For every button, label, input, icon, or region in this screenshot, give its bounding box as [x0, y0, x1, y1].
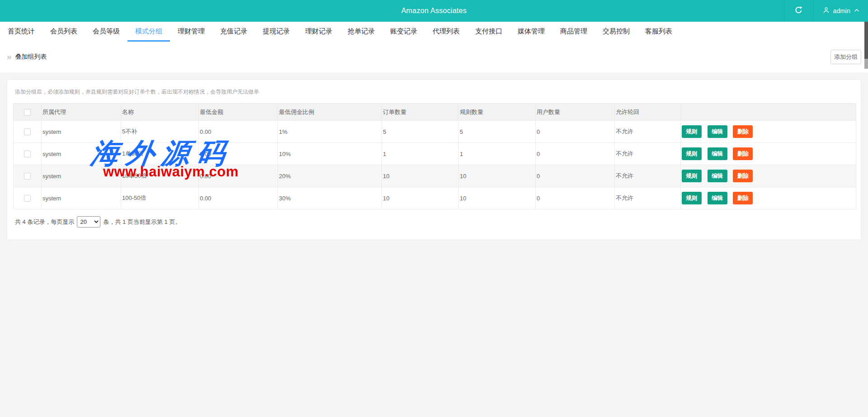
cell-agent: system [42, 165, 121, 187]
cell-min-commission: 1% [278, 121, 382, 143]
col-allow-loop: 允许轮回 [615, 104, 681, 121]
pagination-prefix: 共 4 条记录，每页显示 [15, 218, 74, 226]
rule-button[interactable]: 规则 [682, 147, 702, 160]
cell-allow-loop: 不允许 [615, 143, 681, 165]
page-title: 叠加组列表 [15, 53, 47, 61]
cell-rule-count: 10 [459, 187, 536, 209]
row-checkbox[interactable] [24, 173, 31, 180]
col-min-amount: 最低金额 [199, 104, 278, 121]
cell-min-amount: 0.00 [199, 121, 278, 143]
col-min-commission: 最低佣金比例 [278, 104, 382, 121]
col-user-count: 用户数量 [536, 104, 615, 121]
top-bar: Amazon Associates admin [0, 0, 868, 22]
nav-tab-service-list[interactable]: 客服列表 [637, 22, 680, 42]
cell-name: 100-50倍 [121, 187, 199, 209]
nav-tab-payment-api[interactable]: 支付接口 [467, 22, 510, 42]
cell-name: 10单50倍 [121, 165, 199, 187]
nav-tab-home-stats[interactable]: 首页统计 [0, 22, 42, 42]
cell-name: 5不补 [121, 121, 199, 143]
nav-tab-member-level[interactable]: 会员等级 [85, 22, 127, 42]
nav-tab-member-list[interactable]: 会员列表 [42, 22, 85, 42]
nav-tab-finance-mgmt[interactable]: 理财管理 [170, 22, 212, 42]
main-nav: 首页统计 会员列表 会员等级 模式分组 理财管理 充值记录 提现记录 理财记录 … [0, 22, 868, 42]
delete-button[interactable]: 删除 [733, 147, 753, 160]
rule-button[interactable]: 规则 [682, 192, 702, 204]
nav-tab-order-grab-log[interactable]: 抢单记录 [340, 22, 382, 42]
scrollbar-thumb[interactable] [864, 22, 868, 59]
pagination-suffix: 条，共 1 页当前显示第 1 页。 [103, 218, 181, 226]
cell-min-commission: 20% [278, 165, 382, 187]
top-bar-controls: admin [784, 0, 868, 22]
table-header-row: 所属代理 名称 最低金额 最低佣金比例 订单数量 规则数量 用户数量 允许轮回 [14, 104, 856, 121]
page-size-select[interactable]: 20 [77, 216, 100, 227]
col-order-count: 订单数量 [382, 104, 459, 121]
nav-tab-withdraw-log[interactable]: 提现记录 [255, 22, 297, 42]
edit-button[interactable]: 编辑 [708, 170, 727, 182]
cell-user-count: 0 [536, 143, 615, 165]
delete-button[interactable]: 删除 [733, 125, 753, 138]
cell-agent: system [42, 121, 121, 143]
add-group-button[interactable]: 添加分组 [830, 50, 861, 64]
vertical-scrollbar [864, 22, 868, 417]
cell-agent: system [42, 187, 121, 209]
col-rule-count: 规则数量 [459, 104, 536, 121]
col-name: 名称 [121, 104, 199, 121]
cell-min-commission: 10% [278, 143, 382, 165]
user-name: admin [833, 7, 850, 14]
nav-tab-media-mgmt[interactable]: 媒体管理 [510, 22, 552, 42]
cell-allow-loop: 不允许 [615, 165, 681, 187]
cell-name: 1单50倍 [121, 143, 199, 165]
nav-tab-finance-log[interactable]: 理财记录 [297, 22, 340, 42]
cell-user-count: 0 [536, 165, 615, 187]
group-list-card: 添加分组后，必须添加规则，并且规则需要对应好订单个数，若出现不对称情况，会导致用… [7, 79, 861, 240]
breadcrumb-bar: » 叠加组列表 添加分组 [0, 42, 868, 72]
cell-order-count: 10 [382, 187, 459, 209]
table-row: system 100-50倍 0.00 30% 10 10 0 不允许 规则 编… [14, 187, 856, 209]
nav-tab-recharge-log[interactable]: 充值记录 [212, 22, 255, 42]
rule-button[interactable]: 规则 [682, 170, 702, 182]
nav-tab-trade-control[interactable]: 交易控制 [595, 22, 637, 42]
cell-min-amount: 0.00 [199, 187, 278, 209]
pagination: 共 4 条记录，每页显示 20 条，共 1 页当前显示第 1 页。 [15, 216, 853, 227]
group-rule-hint: 添加分组后，必须添加规则，并且规则需要对应好订单个数，若出现不对称情况，会导致用… [15, 88, 853, 96]
refresh-icon [794, 6, 803, 16]
double-chevron-right-icon: » [7, 52, 12, 61]
nav-tab-balance-log[interactable]: 账变记录 [382, 22, 425, 42]
delete-button[interactable]: 删除 [733, 170, 753, 182]
cell-rule-count: 1 [459, 143, 536, 165]
select-all-checkbox[interactable] [24, 109, 31, 116]
nav-tab-product-mgmt[interactable]: 商品管理 [552, 22, 595, 42]
nav-tab-mode-group[interactable]: 模式分组 [127, 22, 170, 42]
nav-tab-agent-list[interactable]: 代理列表 [425, 22, 467, 42]
cell-order-count: 10 [382, 165, 459, 187]
table-row: system 10单50倍 0.00 20% 10 10 0 不允许 规则 编辑… [14, 165, 856, 187]
user-icon [822, 6, 830, 15]
table-row: system 5不补 0.00 1% 5 5 0 不允许 规则 编辑 删除 [14, 121, 856, 143]
cell-user-count: 0 [536, 121, 615, 143]
edit-button[interactable]: 编辑 [708, 125, 727, 138]
scrollbar-thumb-shadow [864, 59, 868, 69]
group-table: 所属代理 名称 最低金额 最低佣金比例 订单数量 规则数量 用户数量 允许轮回 … [13, 103, 856, 209]
row-checkbox[interactable] [24, 195, 31, 202]
cell-min-amount: 0.00 [199, 143, 278, 165]
user-menu[interactable]: admin [813, 0, 868, 22]
cell-agent: system [42, 143, 121, 165]
cell-min-amount: 0.00 [199, 165, 278, 187]
cell-min-commission: 30% [278, 187, 382, 209]
rule-button[interactable]: 规则 [682, 125, 702, 138]
col-agent: 所属代理 [42, 104, 121, 121]
cell-order-count: 1 [382, 143, 459, 165]
col-actions [681, 104, 856, 121]
delete-button[interactable]: 删除 [733, 192, 753, 204]
row-checkbox[interactable] [24, 128, 31, 135]
edit-button[interactable]: 编辑 [708, 147, 727, 160]
chevron-up-icon [854, 7, 860, 15]
app-title: Amazon Associates [401, 0, 467, 22]
cell-order-count: 5 [382, 121, 459, 143]
cell-allow-loop: 不允许 [615, 187, 681, 209]
row-checkbox[interactable] [24, 151, 31, 157]
refresh-button[interactable] [784, 0, 813, 22]
page-content: 添加分组后，必须添加规则，并且规则需要对应好订单个数，若出现不对称情况，会导致用… [0, 72, 868, 417]
cell-rule-count: 10 [459, 165, 536, 187]
edit-button[interactable]: 编辑 [708, 192, 727, 204]
